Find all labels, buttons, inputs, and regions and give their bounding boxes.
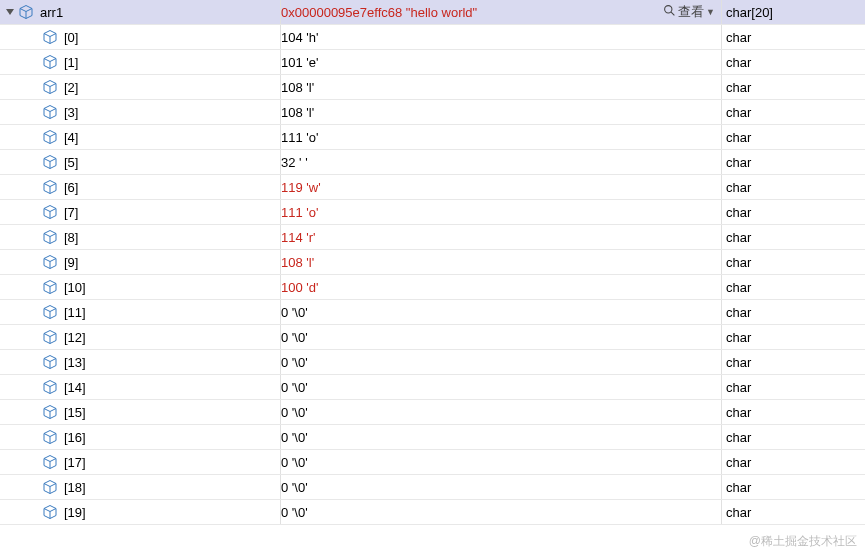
variable-row[interactable]: [19]0 '\0'char bbox=[0, 499, 865, 525]
variable-icon bbox=[42, 254, 58, 270]
variable-icon bbox=[42, 429, 58, 445]
variable-type: char[20] bbox=[726, 5, 773, 20]
variable-type: char bbox=[726, 355, 751, 370]
variable-row[interactable]: [16]0 '\0'char bbox=[0, 424, 865, 450]
variable-icon bbox=[42, 304, 58, 320]
variable-value: 108 'l' bbox=[281, 255, 314, 270]
variable-type: char bbox=[726, 230, 751, 245]
variable-type: char bbox=[726, 380, 751, 395]
variable-name: [11] bbox=[64, 305, 86, 320]
variable-type: char bbox=[726, 155, 751, 170]
variable-name: [1] bbox=[64, 55, 78, 70]
variable-row[interactable]: [14]0 '\0'char bbox=[0, 374, 865, 400]
variable-icon bbox=[42, 154, 58, 170]
expand-caret-icon[interactable] bbox=[2, 7, 18, 17]
variable-row[interactable]: [9]108 'l'char bbox=[0, 249, 865, 275]
watch-table: arr1 0x00000095e7effc68 "hello world" 查看… bbox=[0, 0, 865, 525]
variable-name: [8] bbox=[64, 230, 78, 245]
variable-type: char bbox=[726, 105, 751, 120]
magnifier-icon bbox=[663, 4, 676, 20]
variable-name: [13] bbox=[64, 355, 86, 370]
variable-icon bbox=[42, 204, 58, 220]
variable-row[interactable]: [10]100 'd'char bbox=[0, 274, 865, 300]
variable-row[interactable]: [1]101 'e'char bbox=[0, 49, 865, 75]
variable-row[interactable]: [0]104 'h'char bbox=[0, 24, 865, 50]
variable-type: char bbox=[726, 430, 751, 445]
variable-type: char bbox=[726, 30, 751, 45]
variable-row[interactable]: [6]119 'w'char bbox=[0, 174, 865, 200]
variable-row[interactable]: [17]0 '\0'char bbox=[0, 449, 865, 475]
watermark: @稀土掘金技术社区 bbox=[749, 533, 857, 550]
variable-name: [18] bbox=[64, 480, 86, 495]
variable-type: char bbox=[726, 305, 751, 320]
variable-row[interactable]: [4]111 'o'char bbox=[0, 124, 865, 150]
variable-type: char bbox=[726, 180, 751, 195]
variable-icon bbox=[42, 104, 58, 120]
variable-icon bbox=[42, 504, 58, 520]
variable-type: char bbox=[726, 80, 751, 95]
variable-value: 0 '\0' bbox=[281, 330, 308, 345]
variable-name: [4] bbox=[64, 130, 78, 145]
variable-name: [9] bbox=[64, 255, 78, 270]
variable-value: 100 'd' bbox=[281, 280, 319, 295]
variable-name: [3] bbox=[64, 105, 78, 120]
variable-value: 0 '\0' bbox=[281, 480, 308, 495]
variable-name: [0] bbox=[64, 30, 78, 45]
variable-name: [17] bbox=[64, 455, 86, 470]
variable-value: 114 'r' bbox=[281, 230, 316, 245]
variable-value: 104 'h' bbox=[281, 30, 319, 45]
variable-row[interactable]: [18]0 '\0'char bbox=[0, 474, 865, 500]
variable-name: [5] bbox=[64, 155, 78, 170]
variable-row[interactable]: [3]108 'l'char bbox=[0, 99, 865, 125]
variable-icon bbox=[18, 4, 34, 20]
variable-icon bbox=[42, 479, 58, 495]
variable-name: [2] bbox=[64, 80, 78, 95]
variable-row[interactable]: [2]108 'l'char bbox=[0, 74, 865, 100]
variable-row[interactable]: [15]0 '\0'char bbox=[0, 399, 865, 425]
variable-name: [16] bbox=[64, 430, 86, 445]
variable-icon bbox=[42, 129, 58, 145]
variable-value: 0 '\0' bbox=[281, 430, 308, 445]
variable-icon bbox=[42, 329, 58, 345]
variable-value: 32 ' ' bbox=[281, 155, 308, 170]
variable-icon bbox=[42, 79, 58, 95]
variable-row[interactable]: [5]32 ' 'char bbox=[0, 149, 865, 175]
variable-icon bbox=[42, 454, 58, 470]
variable-icon bbox=[42, 404, 58, 420]
variable-row[interactable]: [8]114 'r'char bbox=[0, 224, 865, 250]
variable-row[interactable]: [13]0 '\0'char bbox=[0, 349, 865, 375]
variable-value: 119 'w' bbox=[281, 180, 321, 195]
variable-name: arr1 bbox=[40, 5, 63, 20]
variable-row[interactable]: [7]111 'o'char bbox=[0, 199, 865, 225]
variable-name: [14] bbox=[64, 380, 86, 395]
variable-name: [10] bbox=[64, 280, 86, 295]
variable-type: char bbox=[726, 480, 751, 495]
variable-name: [15] bbox=[64, 405, 86, 420]
variable-value: 0 '\0' bbox=[281, 305, 308, 320]
variable-value: 0 '\0' bbox=[281, 380, 308, 395]
variable-name: [7] bbox=[64, 205, 78, 220]
variable-icon bbox=[42, 279, 58, 295]
variable-value: 0 '\0' bbox=[281, 405, 308, 420]
variable-value: 111 'o' bbox=[281, 205, 319, 220]
variable-type: char bbox=[726, 405, 751, 420]
variable-icon bbox=[42, 179, 58, 195]
variable-name: [12] bbox=[64, 330, 86, 345]
variable-row-root[interactable]: arr1 0x00000095e7effc68 "hello world" 查看… bbox=[0, 0, 865, 25]
variable-icon bbox=[42, 379, 58, 395]
view-action[interactable]: 查看 ▼ bbox=[641, 3, 721, 21]
variable-row[interactable]: [12]0 '\0'char bbox=[0, 324, 865, 350]
variable-value: 108 'l' bbox=[281, 80, 314, 95]
variable-row[interactable]: [11]0 '\0'char bbox=[0, 299, 865, 325]
variable-icon bbox=[42, 29, 58, 45]
variable-icon bbox=[42, 54, 58, 70]
variable-icon bbox=[42, 354, 58, 370]
variable-type: char bbox=[726, 130, 751, 145]
variable-type: char bbox=[726, 205, 751, 220]
variable-value: 0 '\0' bbox=[281, 455, 308, 470]
variable-value: 0x00000095e7effc68 "hello world" bbox=[281, 5, 477, 20]
variable-type: char bbox=[726, 455, 751, 470]
svg-line-1 bbox=[671, 12, 674, 15]
variable-type: char bbox=[726, 255, 751, 270]
variable-name: [6] bbox=[64, 180, 78, 195]
